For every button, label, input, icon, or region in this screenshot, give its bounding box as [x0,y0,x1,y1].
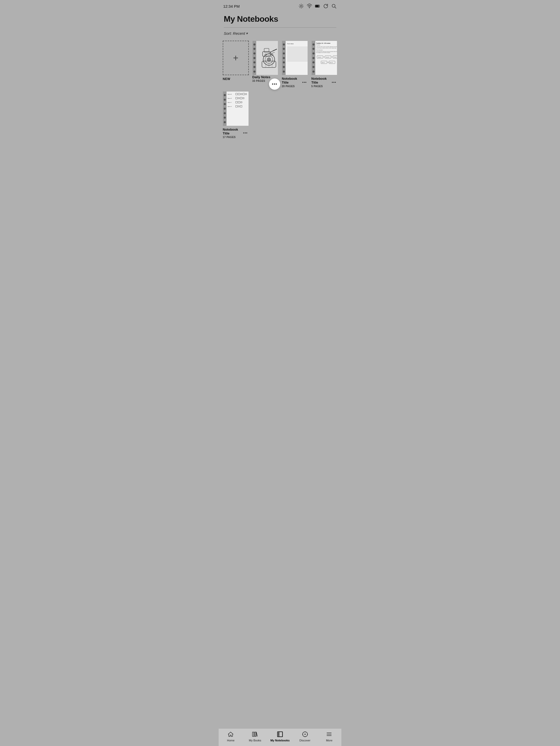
page-header: My Notebooks [219,11,341,24]
notebook-daily-notes[interactable]: ••• Daily Notes 33 PAGES [252,41,278,88]
svg-text:Option D: Option D [330,62,333,63]
notebook-card-4[interactable]: Option A Option B [223,91,249,126]
svg-line-19 [269,51,273,53]
svg-line-5 [300,5,300,5]
svg-rect-43 [254,732,256,736]
nav-label-my-notebooks: My Notebooks [270,739,289,742]
more-icon [326,731,333,738]
svg-point-16 [267,58,271,61]
notebook-title-daily-notes: Daily Notes [252,75,271,79]
svg-line-21 [270,52,274,54]
nav-label-more: More [326,739,332,742]
notebook-title-2: Notebook Title [282,77,301,84]
notebook-pages-daily-notes: 33 PAGES [252,80,271,82]
sort-button[interactable]: Sort: Recent ▾ [224,31,248,35]
nav-label-my-books: My Books [249,739,261,742]
notebook-pages-2: 20 PAGES [282,85,301,88]
status-bar: 12:34 PM [219,0,341,11]
new-plus-icon: + [233,53,238,63]
notebook-content-daily-notes [256,41,278,75]
notebook-item-2[interactable]: Form Ideas [282,41,308,88]
notebook-content-4: Option A Option B [227,91,249,125]
three-dots-2[interactable]: ••• [301,80,308,85]
page-title: My Notebooks [224,14,336,24]
svg-text:Result: Result [334,57,336,58]
notebook-info-4: Notebook Title 17 PAGES ••• [223,127,249,139]
svg-text:Option B: Option B [326,57,329,58]
svg-text:Option C: Option C [321,62,325,63]
svg-line-6 [303,7,303,8]
svg-rect-42 [253,732,254,736]
svg-point-52 [304,734,305,735]
svg-text:Option A: Option A [318,57,321,58]
status-icons [299,3,337,9]
home-icon [227,731,234,738]
my-notebooks-icon [276,731,284,738]
search-icon-status[interactable] [331,3,337,9]
notebook-meta-4: Notebook Title 17 PAGES [223,127,242,139]
notebook-content-3: Toolkits 1.6 - UX review Scenarios: Lore… [315,41,338,75]
nav-item-more[interactable]: More [320,731,338,742]
three-dots-4[interactable]: ••• [242,131,249,136]
sort-label-text: Sort: Recent [224,31,245,35]
sort-chevron-icon: ▾ [246,31,248,35]
new-notebook-card[interactable]: + [223,41,249,75]
notebook-title-4: Notebook Title [223,127,242,135]
spiral-daily-notes [253,41,256,75]
sun-icon [299,3,304,9]
notebook-item-3[interactable]: Toolkits 1.6 - UX review Scenarios: Lore… [311,41,338,88]
notebook-info-3: Notebook Title 5 PAGES ••• [311,77,338,88]
notebook-item-4[interactable]: Option A Option B [223,91,249,138]
notebook-meta-2: Notebook Title 20 PAGES [282,77,301,88]
new-notebook-item[interactable]: + NEW [223,41,249,88]
notebook-card-daily-notes[interactable] [252,41,278,75]
my-books-icon [251,731,258,738]
nav-label-home: Home [227,739,234,742]
bottom-nav: Home My Books My Notebooks [219,728,341,746]
nav-item-my-books[interactable]: My Books [246,731,264,742]
notebook-content-2: Form Ideas [286,41,308,75]
status-time: 12:34 PM [223,4,240,8]
notebook-card-2[interactable]: Form Ideas [282,41,308,75]
notebook-info-2: Notebook Title 20 PAGES ••• [282,77,308,88]
svg-line-20 [273,49,277,51]
nav-label-discover: Discover [300,739,310,742]
svg-line-13 [335,7,336,8]
context-menu-btn-daily-notes[interactable]: ••• [269,79,280,90]
battery-icon [315,3,320,9]
sort-row: Sort: Recent ▾ [219,28,341,35]
notebook-card-3[interactable]: Toolkits 1.6 - UX review Scenarios: Lore… [311,41,338,75]
svg-point-9 [309,7,310,8]
wifi-icon [307,3,312,9]
spiral-3 [312,41,315,75]
notebook-pages-4: 17 PAGES [223,136,242,139]
notebook-title-3: Notebook Title [311,77,331,84]
spiral-2 [282,41,286,75]
sync-icon [323,3,329,9]
context-menu-dots: ••• [272,82,277,86]
svg-point-0 [300,5,302,7]
nav-item-home[interactable]: Home [222,731,240,742]
three-dots-3[interactable]: ••• [331,80,337,85]
svg-rect-11 [315,5,319,7]
notebook-meta-daily-notes: Daily Notes 33 PAGES [252,75,271,88]
nav-item-my-notebooks[interactable]: My Notebooks [270,731,289,742]
notebooks-grid: + NEW [219,35,341,144]
new-notebook-label: NEW [223,77,230,81]
spiral-4 [223,91,227,125]
svg-line-8 [303,5,303,5]
svg-rect-45 [277,732,283,737]
nav-item-discover[interactable]: Discover [296,731,314,742]
notebook-meta-3: Notebook Title 5 PAGES [311,77,331,88]
notebook-pages-3: 5 PAGES [311,85,331,88]
discover-icon [302,731,309,738]
svg-line-7 [300,7,300,8]
